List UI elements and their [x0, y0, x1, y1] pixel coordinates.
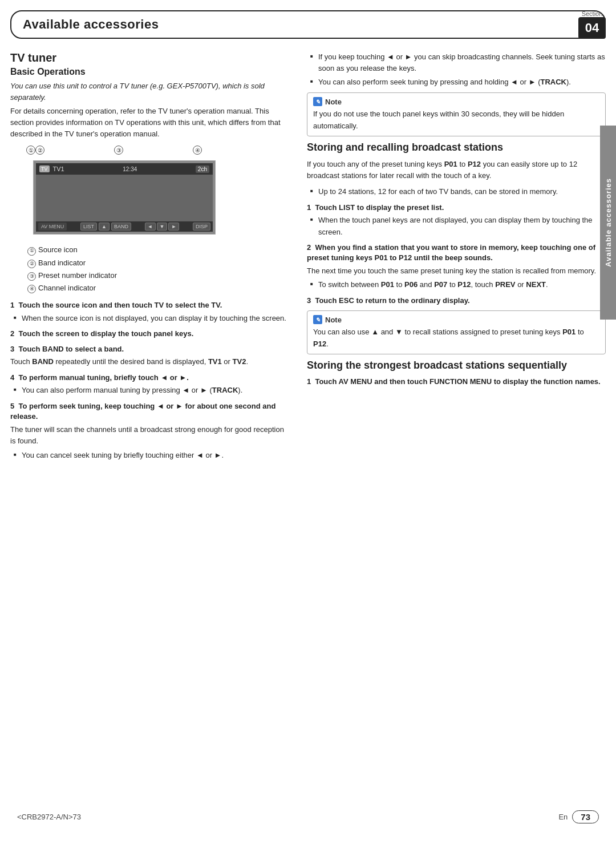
left-column: TV tuner Basic Operations You can use th…	[10, 51, 290, 463]
s1-step-3-header: 3 Touch ESC to return to the ordinary di…	[307, 296, 606, 306]
note-label-2: Note	[325, 316, 342, 324]
tv-left-btn: ◄	[145, 223, 156, 231]
tv-right-btn: ►	[168, 223, 179, 231]
page-title: TV tuner	[10, 51, 290, 64]
section1-bullet: Up to 24 stations, 12 for each of two TV…	[313, 186, 606, 197]
subsection-title: Basic Operations	[10, 67, 290, 77]
indicator-item-4: ④ Channel indicator	[27, 282, 290, 294]
note-text-2: You can also use ▲ and ▼ to recall stati…	[313, 326, 599, 349]
note-box-2: ✎ Note You can also use ▲ and ▼ to recal…	[307, 310, 606, 354]
footer-en-label: En	[558, 813, 568, 821]
tv-controls: LIST ▲ BAND	[80, 223, 131, 231]
step-4-header: 4 To perform manual tuning, briefly touc…	[10, 373, 290, 383]
tv-top-bar: TV TV1 12:34 2ch	[36, 163, 213, 175]
tv-channel: TV1	[53, 165, 64, 172]
header-bar: Available accessories	[10, 10, 606, 39]
note-text-1: If you do not use the touch panel keys w…	[313, 108, 599, 131]
step-2-header: 2 Touch the screen to display the touch …	[10, 329, 290, 340]
tv-icon: TV	[39, 165, 50, 172]
s1-step-2-bullet: To switch between P01 to P06 and P07 to …	[313, 279, 606, 290]
s1-step-1-bullet: When the touch panel keys are not displa…	[313, 215, 606, 237]
note-header-1: ✎ Note	[313, 97, 599, 106]
footer-right: En 73	[558, 810, 599, 823]
tv-time: 12:34	[123, 166, 137, 172]
body-intro: For details concerning operation, refer …	[10, 106, 290, 140]
tv-up-btn: ▲	[99, 223, 110, 231]
footer: <CRB2972-A/N>73 En 73	[0, 801, 616, 833]
note-icon-2: ✎	[313, 315, 322, 324]
indicator-item-2: ② Band indicator	[27, 257, 290, 269]
tv-down-btn: ▼	[157, 223, 168, 231]
tv-bottom-bar: AV MENU LIST ▲ BAND ◄ ▼	[36, 221, 213, 232]
tv-nav-row1: ◄ ▼ ►	[145, 223, 180, 231]
section-number: 04	[578, 17, 606, 39]
indicator-num-3: ③	[27, 272, 36, 281]
step-1-header: 1 Touch the source icon and then touch T…	[10, 300, 290, 311]
callout-2: ②	[35, 146, 44, 155]
indicator-label-1: Source icon	[38, 244, 78, 256]
right-bullet-1: If you keep touching ◄ or ► you can skip…	[313, 51, 606, 74]
main-content: TV tuner Basic Operations You can use th…	[10, 51, 606, 463]
callout-3: ③	[114, 146, 123, 155]
s1-step-1-header: 1 Touch LIST to display the preset list.	[307, 203, 606, 213]
tv-screen: TV TV1 12:34 2ch AV MENU LIST ▲	[36, 163, 213, 232]
tv-mockup: TV TV1 12:34 2ch AV MENU LIST ▲	[33, 160, 216, 235]
s2-step-1-header: 1 Touch AV MENU and then touch FUNCTION …	[307, 377, 606, 387]
step-1-bullet-1: When the source icon is not displayed, y…	[16, 313, 290, 324]
tv-updown: ▲	[99, 223, 110, 231]
tv-main-area	[36, 175, 213, 221]
note-box-1: ✎ Note If you do not use the touch panel…	[307, 92, 606, 136]
callout-1: ①	[26, 146, 35, 155]
indicator-num-4: ④	[27, 285, 36, 293]
tv-channel-num: 2ch	[196, 165, 209, 173]
callout-4: ④	[193, 146, 202, 155]
indicator-item-1: ① Source icon	[27, 244, 290, 256]
header-title: Available accessories	[23, 17, 159, 32]
callout-row: ① ② ③ ④	[22, 146, 204, 155]
tv-mockup-container: ① ② ③ ④ TV TV1 12:34 2ch	[22, 146, 204, 235]
note-header-2: ✎ Note	[313, 315, 599, 324]
step-3-body: Touch BAND repeatedly until the desired …	[10, 356, 290, 368]
s1-step-2-body: The next time you touch the same preset …	[307, 265, 606, 277]
step-5-bullet-1: You can cancel seek tuning by briefly to…	[16, 450, 290, 461]
footer-code: <CRB2972-A/N>73	[17, 813, 81, 821]
tv-right-controls: ◄ ▼ ►	[145, 223, 180, 231]
right-bullet-2: You can also perform seek tuning by pres…	[313, 76, 606, 88]
page-number: 73	[572, 810, 599, 823]
tv-band-btn: BAND	[111, 223, 131, 231]
indicator-num-1: ①	[27, 247, 36, 256]
step-3-header: 3 Touch BAND to select a band.	[10, 344, 290, 355]
indicator-item-3: ③ Preset number indicator	[27, 269, 290, 282]
indicator-label-4: Channel indicator	[38, 282, 96, 294]
step-5-body: The tuner will scan the channels until a…	[10, 424, 290, 447]
section1-body: If you touch any of the preset tuning ke…	[307, 159, 606, 181]
step-5-header: 5 To perform seek tuning, keep touching …	[10, 401, 290, 423]
section-badge: Section 04	[578, 10, 606, 39]
tv-disp-btn: DISP	[193, 223, 210, 231]
indicator-list: ① Source icon ② Band indicator ③ Preset …	[27, 244, 290, 294]
tv-av-menu: AV MENU	[38, 223, 67, 231]
italic-intro: You can use this unit to control a TV tu…	[10, 80, 290, 103]
section1-title: Storing and recalling broadcast stations	[307, 141, 606, 154]
section2-title: Storing the strongest broadcast stations…	[307, 359, 606, 372]
step-4-bullet-1: You can also perform manual tuning by pr…	[16, 385, 290, 396]
section-label: Section	[582, 10, 603, 17]
note-icon-1: ✎	[313, 97, 322, 106]
right-column: If you keep touching ◄ or ► you can skip…	[307, 51, 606, 463]
s1-step-2-header: 2 When you find a station that you want …	[307, 243, 606, 264]
indicator-label-2: Band indicator	[38, 257, 86, 269]
tv-list-btn: LIST	[80, 223, 97, 231]
indicator-num-2: ②	[27, 260, 36, 268]
tv-top-left: TV TV1	[39, 165, 64, 172]
indicator-label-3: Preset number indicator	[38, 269, 117, 282]
note-label-1: Note	[325, 98, 342, 106]
